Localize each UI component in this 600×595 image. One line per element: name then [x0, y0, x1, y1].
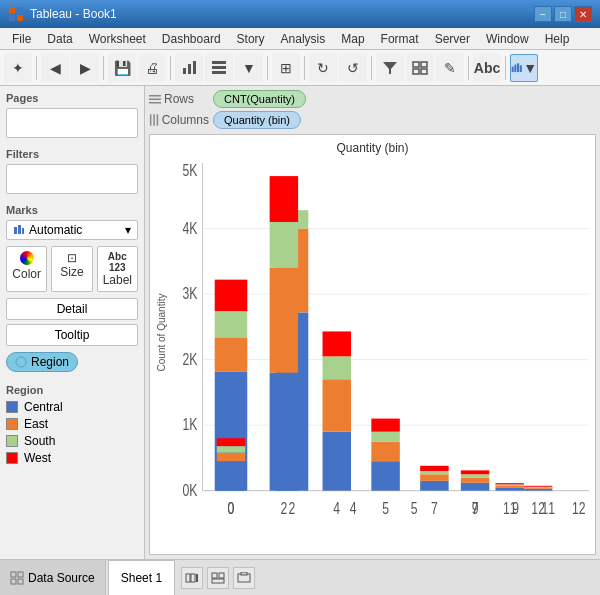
svg-text:4: 4	[333, 500, 340, 518]
tab-icons	[175, 567, 261, 589]
svg-rect-67	[323, 331, 351, 356]
color-btn[interactable]: Color	[6, 246, 47, 292]
marks-section: Marks Automatic ▾ Color ⊡ Size Abc123 La…	[6, 204, 138, 374]
pages-box[interactable]	[6, 108, 138, 138]
menu-window[interactable]: Window	[478, 30, 537, 48]
sep3	[170, 56, 171, 80]
menu-analysis[interactable]: Analysis	[273, 30, 334, 48]
svg-rect-72	[420, 481, 448, 491]
svg-rect-74	[420, 471, 448, 474]
menu-format[interactable]: Format	[373, 30, 427, 48]
menu-file[interactable]: File	[4, 30, 39, 48]
data-source-label: Data Source	[28, 571, 95, 585]
toolbar-label-btn[interactable]: ✎	[436, 54, 464, 82]
svg-rect-42	[215, 337, 248, 371]
svg-rect-4	[183, 68, 186, 74]
region-pill[interactable]: Region	[6, 352, 78, 372]
svg-rect-71	[371, 419, 399, 432]
menu-story[interactable]: Story	[229, 30, 273, 48]
svg-rect-103	[212, 573, 217, 578]
svg-rect-0	[9, 7, 15, 13]
toolbar-filter-btn[interactable]	[376, 54, 404, 82]
svg-text:12: 12	[531, 500, 545, 518]
sep1	[36, 56, 37, 80]
toolbar-back-btn[interactable]: ◀	[41, 54, 69, 82]
svg-text:4K: 4K	[183, 219, 198, 237]
sep7	[468, 56, 469, 80]
svg-text:4: 4	[350, 500, 357, 518]
toolbar-new-btn[interactable]: ✦	[4, 54, 32, 82]
tooltip-btn[interactable]: Tooltip	[6, 324, 138, 346]
pages-label: Pages	[6, 92, 138, 104]
svg-rect-66	[323, 356, 351, 379]
data-source-tab[interactable]: Data Source	[0, 560, 106, 595]
toolbar-chart3-btn[interactable]: ▼	[235, 54, 263, 82]
svg-rect-25	[149, 102, 161, 104]
legend-color-central	[6, 401, 18, 413]
menu-dashboard[interactable]: Dashboard	[154, 30, 229, 48]
label-btn[interactable]: Abc123 Label	[97, 246, 138, 292]
maximize-button[interactable]: □	[554, 6, 572, 22]
new-dashboard-btn[interactable]	[207, 567, 229, 589]
toolbar-save-btn[interactable]: 💾	[108, 54, 136, 82]
toolbar-refresh2-btn[interactable]: ↺	[339, 54, 367, 82]
app-icon	[8, 6, 24, 22]
menu-data[interactable]: Data	[39, 30, 80, 48]
svg-rect-107	[241, 572, 247, 575]
toolbar-refresh-btn[interactable]: ↻	[309, 54, 337, 82]
svg-rect-8	[212, 71, 226, 74]
columns-pill[interactable]: Quantity (bin)	[213, 111, 301, 129]
svg-rect-1	[17, 7, 23, 13]
new-story-btn[interactable]	[233, 567, 255, 589]
menu-map[interactable]: Map	[333, 30, 372, 48]
legend-color-west	[6, 452, 18, 464]
menu-worksheet[interactable]: Worksheet	[81, 30, 154, 48]
toolbar-grid-btn[interactable]: ⊞	[272, 54, 300, 82]
toolbar-showme-btn[interactable]: ▼	[510, 54, 538, 82]
svg-rect-80	[495, 487, 523, 490]
marks-buttons: Color ⊡ Size Abc123 Label	[6, 246, 138, 292]
new-sheet-btn[interactable]	[181, 567, 203, 589]
sep6	[371, 56, 372, 80]
menu-server[interactable]: Server	[427, 30, 478, 48]
filters-section: Filters	[6, 148, 138, 194]
marks-label: Marks	[6, 204, 138, 216]
size-btn[interactable]: ⊡ Size	[51, 246, 92, 292]
columns-label: Columns	[149, 113, 209, 127]
toolbar-chart2-btn[interactable]	[205, 54, 233, 82]
svg-text:9: 9	[472, 500, 479, 518]
region-legend-title: Region	[6, 384, 138, 396]
marks-type-dropdown[interactable]: Automatic ▾	[6, 220, 138, 240]
svg-rect-26	[150, 114, 151, 126]
close-button[interactable]: ✕	[574, 6, 592, 22]
svg-rect-100	[186, 574, 190, 582]
svg-rect-12	[421, 62, 427, 67]
sheet1-label: Sheet 1	[121, 571, 162, 585]
y-axis-label: Count of Quantity	[157, 294, 168, 372]
toolbar-forward-btn[interactable]: ▶	[71, 54, 99, 82]
svg-rect-63	[270, 176, 298, 222]
pages-section: Pages	[6, 92, 138, 138]
menu-help[interactable]: Help	[537, 30, 578, 48]
toolbar-print-btn[interactable]: 🖨	[138, 54, 166, 82]
toolbar: ✦ ◀ ▶ 💾 🖨 ▼ ⊞ ↻ ↺ ✎	[0, 50, 600, 86]
svg-rect-105	[212, 579, 224, 583]
sheet1-tab[interactable]: Sheet 1	[108, 560, 175, 595]
svg-rect-17	[517, 63, 519, 72]
rows-icon	[149, 94, 161, 104]
svg-rect-7	[212, 66, 226, 69]
legend-label-east: East	[24, 417, 48, 431]
filters-box[interactable]	[6, 164, 138, 194]
svg-rect-104	[219, 573, 224, 578]
sep5	[304, 56, 305, 80]
toolbar-group-btn[interactable]	[406, 54, 434, 82]
toolbar-chart1-btn[interactable]	[175, 54, 203, 82]
minimize-button[interactable]: −	[534, 6, 552, 22]
svg-text:7: 7	[431, 500, 438, 518]
toolbar-text-btn[interactable]: Abc	[473, 54, 501, 82]
detail-btn[interactable]: Detail	[6, 298, 138, 320]
svg-rect-99	[18, 579, 23, 584]
bottom-bar: Data Source Sheet 1	[0, 559, 600, 595]
svg-rect-70	[371, 432, 399, 442]
rows-pill[interactable]: CNT(Quantity)	[213, 90, 306, 108]
